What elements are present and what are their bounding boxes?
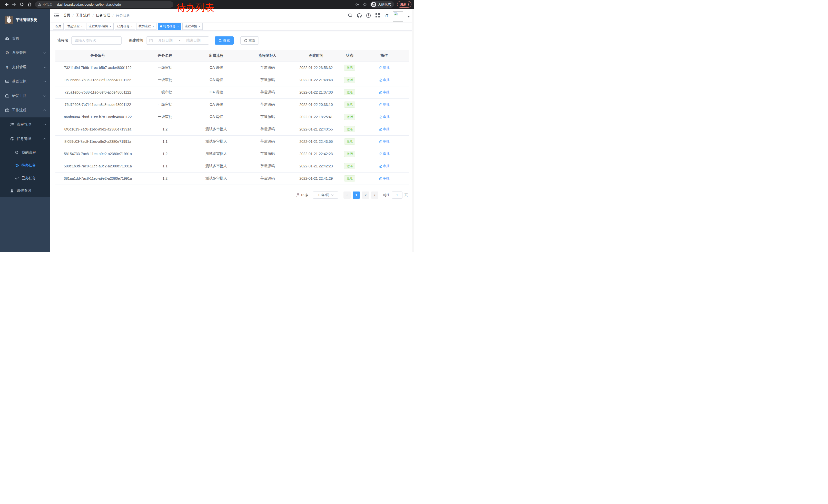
page: 不安全 dashboard.yudao.iocoder.cn/bpm/task/… [0, 0, 414, 252]
window-scrollbar[interactable] [412, 9, 414, 252]
person-face-icon [15, 150, 19, 154]
page-button-1[interactable]: 1 [353, 191, 360, 199]
approve-button[interactable]: 审批 [379, 102, 389, 107]
breadcrumb-separator: / [93, 13, 94, 17]
address-bar[interactable]: 不安全 dashboard.yudao.iocoder.cn/bpm/task/… [35, 1, 173, 8]
tab-my-process[interactable]: 我的流程× [136, 23, 156, 30]
approve-button[interactable]: 审批 [379, 127, 389, 132]
end-date-placeholder[interactable]: 结束日期 [180, 38, 206, 43]
sidebar-item-process-mgmt[interactable]: 流程管理 [0, 118, 50, 132]
table-row: 58154733-7ac8-11ec-a9e2-a2380e71991a 1.2… [55, 148, 409, 160]
goto-page-input[interactable] [392, 191, 403, 199]
create-time-label: 创建时间 [129, 38, 143, 43]
user-icon [10, 189, 14, 193]
not-secure-warning-icon[interactable] [38, 3, 41, 6]
sidebar-item-label: 流程管理 [17, 122, 31, 127]
edit-pencil-icon [379, 91, 382, 94]
fullscreen-icon[interactable] [375, 13, 380, 18]
sidebar-collapse-icon[interactable] [54, 13, 59, 18]
app-logo-row[interactable]: 芋道管理系统 [0, 9, 50, 31]
breadcrumb-task-mgmt[interactable]: 任务管理 [96, 13, 110, 18]
breadcrumb-workflow[interactable]: 工作流程 [76, 13, 90, 18]
url-text[interactable]: dashboard.yudao.iocoder.cn/bpm/task/todo [57, 3, 121, 6]
sidebar-item-task-mgmt[interactable]: 任务管理 [0, 132, 50, 146]
tab-home[interactable]: 首页 [53, 23, 64, 30]
table-row: 725a1eb6-7b88-11ec-8ef0-acde48001122 一级审… [55, 86, 409, 98]
help-icon[interactable]: ? [366, 13, 371, 18]
browser-menu-icon[interactable] [408, 3, 409, 6]
incognito-icon [371, 2, 376, 7]
col-task-name: 任务名称 [140, 50, 190, 61]
approve-button[interactable]: 审批 [379, 114, 389, 119]
incognito-label: 无痕模式 [378, 2, 391, 7]
sidebar-item-system[interactable]: ⚙ 系统管理 [0, 46, 50, 60]
cell-task-id: 73211d9d-7b9b-11ec-b5b7-acde48001122 [55, 61, 140, 74]
approve-button[interactable]: 审批 [379, 90, 389, 95]
col-process: 所属流程 [190, 50, 243, 61]
sidebar-item-my-process[interactable]: 我的流程 [0, 146, 50, 159]
close-icon[interactable]: × [131, 25, 133, 28]
date-range-picker[interactable]: 开始日期 - 结束日期 [146, 36, 209, 45]
sidebar-item-devtools[interactable]: 研发工具 [0, 89, 50, 103]
close-icon[interactable]: × [81, 25, 83, 28]
sidebar-item-workflow[interactable]: 工作流程 [0, 103, 50, 118]
close-icon[interactable]: × [177, 25, 179, 28]
page-unit-label: 页 [405, 193, 408, 197]
cell-create-time: 2022-01-21 22:42:23 [292, 160, 340, 172]
close-icon[interactable]: × [110, 25, 111, 28]
tab-process-detail[interactable]: 流程详情× [182, 23, 202, 30]
sidebar-item-home[interactable]: 首页 [0, 31, 50, 46]
tab-done-task[interactable]: 已办任务× [115, 23, 135, 30]
start-date-placeholder[interactable]: 开始日期 [153, 38, 178, 43]
avatar[interactable] [393, 11, 403, 21]
search-button[interactable]: 搜索 [215, 36, 234, 45]
sidebar-item-todo-task[interactable]: 待办任务 [0, 159, 50, 172]
browser-back-icon[interactable] [3, 1, 10, 8]
password-key-icon[interactable] [355, 2, 360, 7]
cell-starter: 芋道源码 [243, 61, 292, 74]
cell-task-name: 一级审批 [140, 86, 190, 98]
sidebar-item-leave-query[interactable]: 请假查询 [0, 185, 50, 197]
breadcrumb-current: 待办任务 [116, 13, 130, 18]
cell-starter: 芋道源码 [243, 86, 292, 98]
approve-button[interactable]: 审批 [379, 151, 389, 156]
security-label[interactable]: 不安全 [43, 2, 52, 7]
page-size-select[interactable]: 10条/页 [313, 191, 338, 199]
cell-create-time: 2022-01-22 18:25:41 [292, 111, 340, 123]
cell-process: OA 请假 [190, 61, 243, 74]
browser-update-button[interactable]: 更新 [397, 1, 411, 8]
cell-task-name: 一级审批 [140, 98, 190, 111]
sidebar-item-done-task[interactable]: 已办任务 [0, 172, 50, 185]
breadcrumb-home[interactable]: 首页 [63, 13, 70, 18]
tab-form-edit[interactable]: 流程表单-编辑× [86, 23, 113, 30]
sidebar-item-payment[interactable]: ¥ 支付管理 [0, 60, 50, 74]
approve-button[interactable]: 审批 [379, 78, 389, 82]
close-icon[interactable]: × [152, 25, 154, 28]
process-name-input[interactable] [75, 39, 118, 43]
approve-button[interactable]: 审批 [379, 65, 389, 70]
github-icon[interactable] [357, 13, 362, 18]
status-badge: 激活 [344, 151, 355, 157]
page-button-2[interactable]: 2 [362, 191, 369, 199]
tab-todo-task[interactable]: 待办任务× [158, 23, 181, 30]
font-size-icon[interactable]: TT [384, 13, 388, 18]
prev-page-button[interactable]: ‹ [343, 191, 350, 199]
update-label[interactable]: 更新 [400, 2, 407, 7]
active-dot [160, 26, 162, 28]
bookmark-star-icon[interactable] [363, 2, 367, 7]
next-page-button[interactable]: › [371, 191, 378, 199]
approve-button[interactable]: 审批 [379, 139, 389, 144]
avatar-dropdown-caret[interactable] [407, 16, 410, 17]
close-icon[interactable]: × [199, 25, 200, 28]
chevron-up-icon [44, 138, 46, 141]
approve-button[interactable]: 审批 [379, 164, 389, 169]
search-icon[interactable] [348, 13, 353, 18]
browser-forward-icon[interactable] [10, 1, 18, 8]
approve-button[interactable]: 审批 [379, 176, 389, 181]
tab-start-process[interactable]: 发起流程× [65, 23, 85, 30]
browser-home-icon[interactable] [26, 1, 33, 8]
reset-button[interactable]: 重置 [240, 36, 259, 45]
browser-reload-icon[interactable] [18, 1, 26, 8]
cell-create-time: 2022-01-21 22:42:23 [292, 148, 340, 160]
sidebar-item-infra[interactable]: 基础设施 [0, 74, 50, 89]
